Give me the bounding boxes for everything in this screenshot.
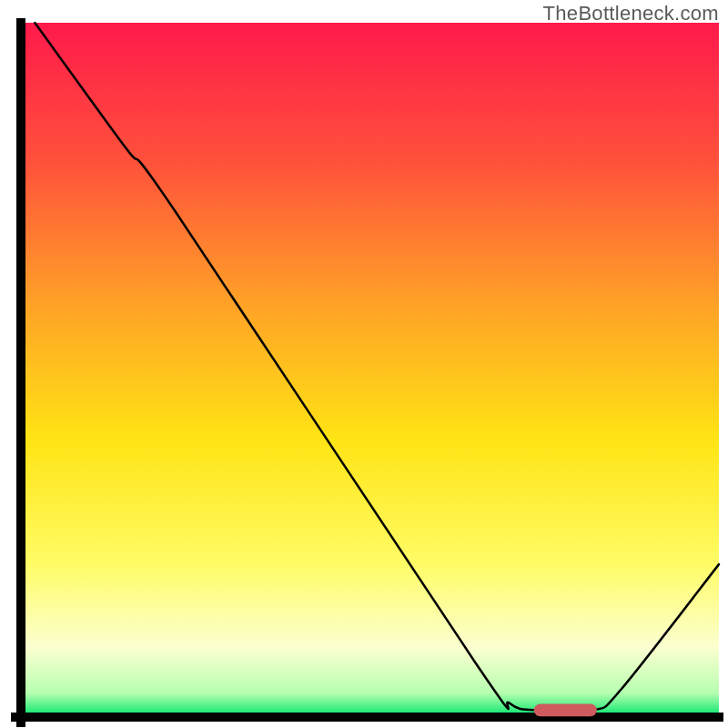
- optimal-marker: [534, 704, 597, 717]
- bottleneck-chart: [0, 0, 728, 728]
- plot-background: [21, 23, 719, 717]
- chart-container: TheBottleneck.com: [0, 0, 728, 728]
